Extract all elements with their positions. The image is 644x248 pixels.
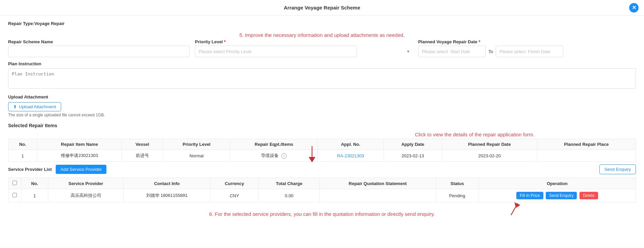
add-service-provider-button[interactable]: Add Service Provider	[56, 165, 106, 174]
col-repair-quotation: Repair Quotation Statement	[320, 178, 436, 189]
row-planned-repair-place	[537, 150, 636, 162]
col-total-charge: Total Charge	[259, 178, 320, 189]
col-contact-info: Contact Info	[124, 178, 210, 189]
delete-button[interactable]: Delete	[579, 192, 598, 199]
annotation3-wrapper: 6. For the selected service providers, y…	[8, 208, 636, 220]
row-total-charge: 0.00	[259, 189, 320, 202]
to-label: To	[488, 49, 493, 54]
row-no: 1	[8, 150, 37, 162]
repair-items-section-title: Selected Repair Items	[8, 123, 636, 128]
col-repair-item-name: Repair Item Name	[37, 139, 122, 150]
service-left: Service Provider List Add Service Provid…	[8, 165, 106, 174]
service-provider-header-row: No. Service Provider Contact Info Curren…	[8, 178, 636, 189]
select-all-checkbox[interactable]	[12, 181, 17, 185]
col-planned-repair-date: Planned Repair Date	[442, 139, 537, 150]
date-range-wrapper: To	[418, 46, 636, 57]
table-row: 1 高乐高科技公司 刘德华 18061155891 CNY 0.00 Pendi…	[8, 189, 636, 202]
upload-attachment-button[interactable]: ⬆ Upload Attachment	[8, 102, 61, 111]
arrow-down-svg	[302, 146, 322, 163]
service-provider-table: No. Service Provider Contact Info Curren…	[8, 178, 636, 202]
row-service-provider: 高乐高科技公司	[48, 189, 124, 202]
row-send-enquiry-button[interactable]: Send Enquiry	[546, 192, 577, 199]
appl-no-link[interactable]: RA-23021303	[337, 153, 364, 158]
service-provider-list-label: Service Provider List	[8, 167, 52, 172]
start-date-input[interactable]	[418, 46, 486, 57]
upload-section-label: Upload Attachment	[8, 94, 636, 99]
arrow-up-right-svg	[501, 202, 521, 215]
modal-container: Arrange Voyage Repair Scheme ✕ Repair Ty…	[0, 0, 644, 248]
planned-date-group: Planned Voyage Repair Date * To	[418, 39, 636, 57]
send-enquiry-button[interactable]: Send Enquiry	[599, 164, 636, 174]
row-currency: CNY	[210, 189, 259, 202]
priority-level-group: Priority Level * Please select Priority …	[195, 39, 413, 57]
row-operation: Fill In Price Send Enquiry Delete	[479, 189, 636, 202]
planned-date-label: Planned Voyage Repair Date *	[418, 39, 636, 44]
row-vessel: 前进号	[122, 150, 163, 162]
close-button[interactable]: ✕	[629, 3, 639, 13]
col-priority-level: Priority Level	[163, 139, 230, 150]
col-apply-date: Apply Date	[384, 139, 442, 150]
row-planned-repair-date: 2023-02-20	[442, 150, 537, 162]
row-repair-item-name: 维修申请23021303	[37, 150, 122, 162]
annotation1-text: 5. Improve the necessary information and…	[239, 32, 405, 38]
row-checkbox[interactable]	[12, 193, 17, 197]
row-status: Pending	[436, 189, 479, 202]
annotation2-text: Click to view the details of the repair …	[415, 132, 535, 137]
upload-hint: The size of a single uploaded file canno…	[8, 113, 636, 117]
annotation3-text: 6. For the selected service providers, y…	[209, 211, 435, 217]
upload-icon: ⬆	[13, 104, 17, 109]
row-sp-no: 1	[21, 189, 48, 202]
priority-select-arrow-icon: ▼	[406, 49, 410, 53]
col-service-provider: Service Provider	[48, 178, 124, 189]
upload-button-label: Upload Attachment	[19, 104, 56, 109]
finish-date-input[interactable]	[496, 46, 563, 57]
annotation-top: 5. Improve the necessary information and…	[8, 29, 636, 39]
col-appl-no: Appl. No.	[317, 139, 384, 150]
service-provider-table-container: No. Service Provider Contact Info Curren…	[8, 178, 636, 202]
repair-scheme-name-input[interactable]	[8, 46, 189, 57]
info-icon[interactable]: i	[281, 153, 287, 159]
row-priority-level: Normal	[163, 150, 230, 162]
repair-scheme-name-label: Repair Scheme Name	[8, 39, 189, 44]
modal-header: Arrange Voyage Repair Scheme ✕	[0, 0, 644, 16]
repair-type-label: Repair Type:Voyage Repair	[8, 21, 636, 26]
plan-instruction-section: Plan Instruction	[8, 61, 636, 90]
col-operation: Operation	[479, 178, 636, 189]
row-contact-info: 刘德华 18061155891	[124, 189, 210, 202]
row-appl-no: RA-23021303	[317, 150, 384, 162]
form-row-main: Repair Scheme Name Priority Level * Plea…	[8, 39, 636, 57]
upload-section: Upload Attachment ⬆ Upload Attachment Th…	[8, 94, 636, 117]
row-repair-quotation	[320, 189, 436, 202]
col-status: Status	[436, 178, 479, 189]
priority-level-select[interactable]: Please select Priority Level	[195, 46, 357, 57]
col-no: No.	[8, 139, 37, 150]
annotation2-container: Click to view the details of the repair …	[8, 132, 636, 137]
service-provider-row: Service Provider List Add Service Provid…	[8, 164, 636, 174]
priority-level-select-wrapper: Please select Priority Level ▼	[195, 46, 413, 57]
repair-scheme-name-group: Repair Scheme Name	[8, 39, 189, 57]
svg-marker-1	[309, 157, 315, 162]
plan-instruction-input[interactable]	[8, 68, 636, 89]
col-vessel: Vessel	[122, 139, 163, 150]
col-planned-repair-place: Planned Repair Place	[537, 139, 636, 150]
annotation2-wrapper: Click to view the details of the repair …	[8, 132, 636, 137]
annotation3-container: 6. For the selected service providers, y…	[8, 208, 636, 220]
priority-level-label: Priority Level *	[195, 39, 413, 44]
row-apply-date: 2023-02-13	[384, 150, 442, 162]
modal-title: Arrange Voyage Repair Scheme	[284, 5, 360, 10]
col-checkbox	[8, 178, 21, 189]
col-currency: Currency	[210, 178, 259, 189]
row-checkbox-cell	[8, 189, 21, 202]
modal-body: Repair Type:Voyage Repair 5. Improve the…	[0, 16, 644, 225]
fill-in-price-button[interactable]: Fill In Price	[516, 192, 543, 199]
col-sp-no: No.	[21, 178, 48, 189]
plan-instruction-label: Plan Instruction	[8, 61, 636, 66]
